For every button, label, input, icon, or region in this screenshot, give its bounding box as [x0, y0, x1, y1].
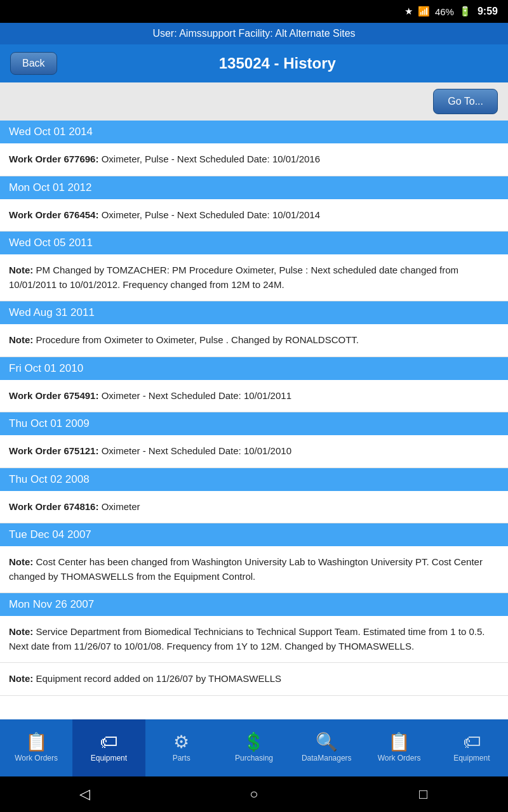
purchasing-icon: 💲	[243, 733, 265, 751]
entry-label: Work Order 675491:	[9, 390, 98, 401]
status-bar: ★ 📶 46% 🔋 9:59	[0, 0, 508, 23]
equipment-2-icon: 🏷	[463, 733, 481, 751]
android-back-button[interactable]: ◁	[72, 786, 97, 802]
date-header: Mon Oct 01 2012	[0, 176, 508, 199]
nav-item-work-orders-2[interactable]: 📋Work Orders	[363, 719, 435, 776]
data-managers-icon: 🔍	[316, 733, 338, 751]
nav-item-work-orders-1[interactable]: 📋Work Orders	[0, 719, 72, 776]
entry-label: Work Order 674816:	[9, 501, 98, 512]
list-item: Note: Procedure from Oximeter to Oximete…	[0, 324, 508, 357]
entry-label: Work Order 676454:	[9, 209, 98, 220]
date-header: Wed Aug 31 2011	[0, 301, 508, 324]
date-header: Mon Nov 26 2007	[0, 593, 508, 616]
date-header: Thu Oct 01 2009	[0, 412, 508, 435]
date-header: Wed Oct 01 2014	[0, 121, 508, 143]
entry-label: Note:	[9, 334, 33, 345]
list-item: Note: PM Changed by TOMZACHER: PM Proced…	[0, 254, 508, 301]
entry-label: Note:	[9, 626, 33, 637]
entry-label: Work Order 675121:	[9, 445, 98, 456]
work-orders-1-label: Work Orders	[15, 754, 58, 763]
list-item: Note: Service Department from Biomedical…	[0, 616, 508, 663]
battery-label: 46%	[435, 6, 454, 17]
android-home-button[interactable]: ○	[241, 786, 267, 802]
entry-label: Note:	[9, 265, 33, 275]
list-item: Work Order 674816: Oximeter	[0, 491, 508, 524]
android-nav: ◁ ○ □	[0, 776, 508, 812]
wifi-icon: 📶	[418, 6, 430, 17]
list-item: Work Order 676454: Oximeter, Pulse - Nex…	[0, 199, 508, 232]
entry-label: Note:	[9, 556, 33, 567]
equipment-2-label: Equipment	[453, 754, 490, 763]
work-orders-1-icon: 📋	[25, 733, 48, 751]
date-header: Fri Oct 01 2010	[0, 357, 508, 380]
back-button[interactable]: Back	[10, 52, 57, 75]
equipment-label: Equipment	[91, 754, 127, 763]
goto-button[interactable]: Go To...	[433, 89, 498, 114]
parts-icon: ⚙	[173, 733, 189, 751]
history-content: Wed Oct 01 2014Work Order 677696: Oximet…	[0, 121, 508, 719]
facility-text: User: Aimssupport Facility: Alt Alternat…	[152, 28, 355, 39]
status-icons: ★ 📶 46% 🔋	[404, 6, 471, 17]
bottom-nav: 📋Work Orders🏷Equipment⚙Parts💲Purchasing🔍…	[0, 719, 508, 776]
nav-item-purchasing[interactable]: 💲Purchasing	[218, 719, 290, 776]
work-orders-2-icon: 📋	[388, 733, 410, 751]
status-time: 9:59	[478, 6, 498, 17]
entry-label: Work Order 677696:	[9, 154, 98, 164]
android-recent-button[interactable]: □	[411, 786, 436, 802]
work-orders-2-label: Work Orders	[378, 754, 421, 763]
purchasing-label: Purchasing	[235, 754, 273, 763]
nav-item-parts[interactable]: ⚙Parts	[145, 719, 218, 776]
list-item: Work Order 677696: Oximeter, Pulse - Nex…	[0, 143, 508, 176]
nav-item-data-managers[interactable]: 🔍DataManagers	[290, 719, 363, 776]
entry-label: Note:	[9, 673, 33, 684]
parts-label: Parts	[173, 754, 190, 763]
list-item: Work Order 675491: Oximeter - Next Sched…	[0, 380, 508, 413]
bluetooth-icon: ★	[404, 6, 413, 17]
date-header: Tue Dec 04 2007	[0, 523, 508, 546]
equipment-icon: 🏷	[100, 733, 117, 751]
nav-item-equipment[interactable]: 🏷Equipment	[72, 719, 145, 776]
list-item: Note: Equipment record added on 11/26/07…	[0, 663, 508, 696]
page-title: 135024 - History	[57, 55, 498, 72]
nav-item-equipment-2[interactable]: 🏷Equipment	[436, 719, 508, 776]
goto-bar: Go To...	[0, 82, 508, 121]
list-item: Work Order 675121: Oximeter - Next Sched…	[0, 435, 508, 468]
list-item: Note: Cost Center has been changed from …	[0, 546, 508, 593]
facility-bar: User: Aimssupport Facility: Alt Alternat…	[0, 23, 508, 44]
battery-icon: 🔋	[459, 6, 471, 17]
title-bar: Back 135024 - History	[0, 44, 508, 82]
date-header: Wed Oct 05 2011	[0, 232, 508, 254]
date-header: Thu Oct 02 2008	[0, 468, 508, 491]
data-managers-label: DataManagers	[302, 754, 352, 763]
